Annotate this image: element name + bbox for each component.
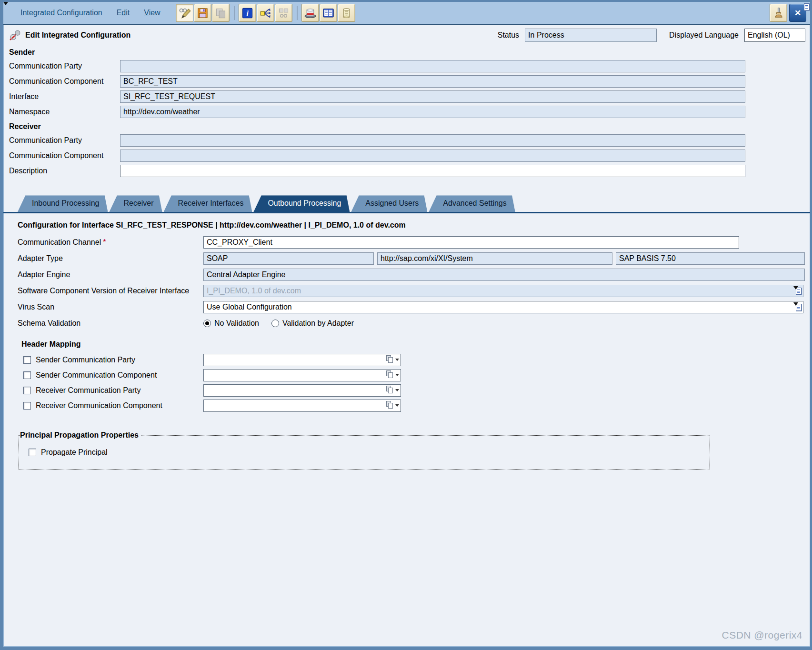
adapter-type-name-field: SOAP: [203, 252, 374, 265]
menu-edit[interactable]: Edit: [117, 9, 130, 17]
copy-button: [212, 4, 230, 22]
hm-receiver-component-checkbox[interactable]: [23, 402, 31, 410]
tab-inbound-processing[interactable]: Inbound Processing: [18, 195, 108, 212]
display-edit-button[interactable]: [176, 4, 193, 22]
copy-pages-icon: [214, 7, 227, 20]
displayed-language-label: Displayed Language: [669, 31, 739, 40]
hm-sender-party-checkbox[interactable]: [23, 356, 31, 364]
adapter-engine-row: Adapter Engine Central Adapter Engine: [3, 267, 810, 283]
validation-by-adapter-radio[interactable]: [271, 320, 279, 327]
sender-communication-component-row: Communication Component BC_RFC_TEST: [3, 74, 810, 89]
value-help-icon[interactable]: [386, 401, 399, 410]
propagate-principal-checkbox[interactable]: [29, 449, 36, 456]
information-button[interactable]: i: [239, 4, 256, 22]
hm-receiver-party-input[interactable]: [203, 384, 401, 397]
receiver-communication-component-field: [120, 150, 745, 162]
communication-channel-row: Communication Channel*: [3, 234, 810, 250]
principal-propagation-title: Principal Propagation Properties: [20, 431, 140, 440]
value-help-icon[interactable]: [386, 355, 399, 364]
sender-namespace-row: Namespace http://dev.com/weather: [3, 104, 810, 120]
status-field: In Process: [525, 29, 657, 42]
software-component-version-row: Software Component Version of Receiver I…: [3, 283, 810, 299]
hat-button[interactable]: [301, 4, 319, 22]
schema-validation-row: Schema Validation No Validation Validati…: [3, 315, 810, 331]
hm-receiver-component-input[interactable]: [203, 400, 401, 412]
hm-receiver-party-checkbox[interactable]: [23, 387, 31, 394]
required-asterisk: *: [103, 238, 106, 246]
tab-assigned-users[interactable]: Assigned Users: [351, 195, 427, 212]
hm-sender-component-checkbox[interactable]: [23, 371, 31, 379]
tab-advanced-settings[interactable]: Advanced Settings: [429, 195, 515, 212]
status-label: Status: [498, 31, 519, 40]
dropdown-list-icon[interactable]: [793, 286, 802, 296]
app-window: Integrated Configuration Edit View: [0, 0, 812, 650]
sender-interface-row: Interface SI_RFC_TEST_REQUEST: [3, 89, 810, 104]
receiver-communication-component-row: Communication Component: [3, 148, 810, 163]
svg-text:i: i: [246, 9, 249, 18]
adapter-type-version-field: SAP BASIS 7.50: [616, 252, 805, 265]
tab-receiver-interfaces[interactable]: Receiver Interfaces: [164, 195, 252, 212]
integration-beads-icon: [9, 29, 21, 41]
book-button[interactable]: [320, 4, 337, 22]
menu-integrated-configuration[interactable]: Integrated Configuration: [20, 9, 102, 17]
hm-receiver-communication-party-row: Receiver Communication Party: [3, 383, 810, 398]
scroll-icon: [340, 7, 353, 20]
displayed-language-select[interactable]: English (OL): [744, 29, 805, 42]
toolbar-separator: [297, 6, 298, 20]
top-hat-icon: [304, 7, 317, 20]
value-help-icon[interactable]: [386, 370, 399, 379]
principal-propagation-box: Principal Propagation Properties Propaga…: [19, 435, 710, 470]
floppy-disk-icon: [196, 7, 209, 20]
sender-communication-party-row: Communication Party: [3, 59, 810, 74]
sender-namespace-field: http://dev.com/weather: [120, 106, 745, 118]
tab-receiver[interactable]: Receiver: [109, 195, 162, 212]
sender-communication-component-field: BC_RFC_TEST: [120, 75, 745, 88]
sender-communication-party-field: [120, 60, 745, 72]
references-button: [275, 4, 292, 22]
info-icon: i: [241, 7, 254, 20]
virus-scan-select[interactable]: Use Global Configuration: [203, 301, 803, 313]
save-button[interactable]: [194, 4, 211, 22]
virus-scan-row: Virus Scan Use Global Configuration: [3, 299, 810, 315]
pin-button[interactable]: [770, 4, 787, 22]
tab-strip: Inbound Processing Receiver Receiver Int…: [18, 195, 810, 212]
no-validation-radio[interactable]: [203, 320, 211, 327]
toolbar: i: [176, 4, 356, 22]
where-used-button[interactable]: [257, 4, 274, 22]
communication-channel-input[interactable]: [203, 236, 739, 249]
receiver-section-title: Receiver: [3, 120, 810, 133]
pawn-icon: [772, 7, 785, 19]
tab-outbound-processing[interactable]: Outbound Processing: [253, 195, 350, 212]
where-used-arrows-icon: [259, 7, 272, 20]
configuration-heading: Configuration for Interface SI_RFC_TEST_…: [18, 221, 810, 230]
close-x-icon: ✕: [794, 8, 801, 18]
hm-sender-communication-party-row: Sender Communication Party: [3, 352, 810, 368]
header-mapping-title: Header Mapping: [21, 340, 810, 349]
description-input[interactable]: [120, 165, 745, 177]
dropdown-list-icon[interactable]: [793, 302, 802, 312]
adapter-type-namespace-field: http://sap.com/xi/XI/System: [377, 252, 612, 265]
pencil-glasses-icon: [178, 7, 191, 20]
receiver-communication-party-field: [120, 134, 745, 147]
menu-view[interactable]: View: [144, 9, 160, 17]
window-buttons: ✕: [770, 4, 806, 22]
watermark: CSDN @rogerix4: [722, 630, 802, 641]
hm-sender-party-input[interactable]: [203, 354, 401, 366]
open-book-icon: [322, 7, 335, 20]
menu-bar: Integrated Configuration Edit View: [3, 2, 810, 24]
propagate-principal-label: Propagate Principal: [41, 448, 108, 457]
references-glasses-icon: [277, 7, 290, 20]
value-help-icon[interactable]: [386, 386, 399, 394]
hm-sender-component-input[interactable]: [203, 369, 401, 381]
scroll-button[interactable]: [338, 4, 355, 22]
hm-receiver-communication-component-row: Receiver Communication Component: [3, 398, 810, 413]
header-mapping-section: Header Mapping Sender Communication Part…: [3, 340, 810, 413]
tab-strip-baseline: [3, 212, 810, 213]
receiver-communication-party-row: Communication Party: [3, 133, 810, 148]
dropdown-list-icon[interactable]: [795, 30, 804, 40]
software-component-version-field: I_PI_DEMO, 1.0 of dev.com: [203, 285, 803, 297]
hm-sender-communication-component-row: Sender Communication Component: [3, 368, 810, 383]
page-title: Edit Integrated Configuration: [25, 31, 130, 40]
description-row: Description: [3, 163, 810, 179]
toolbar-separator: [234, 6, 235, 20]
